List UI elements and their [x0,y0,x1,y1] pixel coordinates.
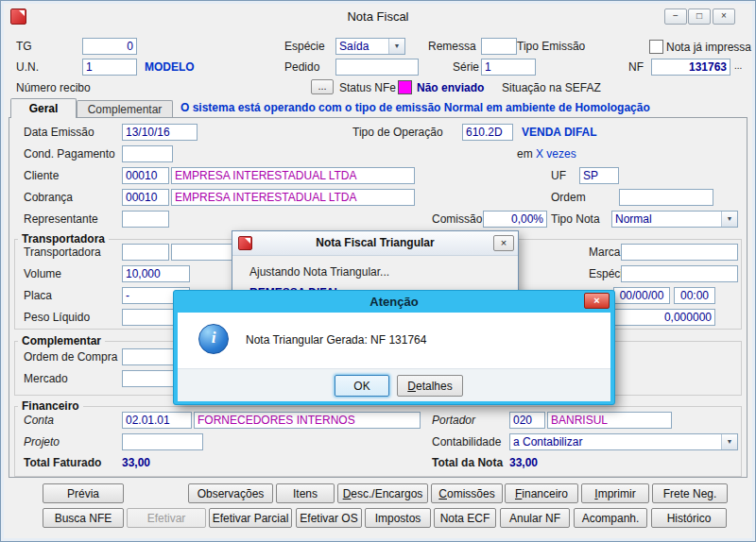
efetivar-os-button[interactable]: Efetivar OS [296,508,362,528]
close-icon[interactable]: × [584,293,610,309]
chevron-down-icon[interactable]: ▼ [721,212,737,227]
observacoes-button[interactable]: Observações [188,483,273,503]
transportadora-group-label: Transportadora [18,232,109,246]
desc-encargos-button-label: Desc./Encargos [343,487,423,500]
especie-select[interactable]: Saída ▼ [335,38,405,55]
portador-label: Portador [432,414,475,427]
volume-field[interactable]: 10,000 [122,265,190,282]
financeiro-group-label: Financeiro [18,399,83,413]
desc-encargos-button[interactable]: Desc./Encargos [337,483,428,503]
especie-label: Espécie [284,40,325,53]
triangular-dialog-title: Nota Fiscal Triangular [232,236,518,249]
representante-field[interactable] [122,211,169,228]
peso-value-field[interactable]: 0,000000 [613,309,715,326]
nf-ellipsis-button[interactable]: ... [734,60,742,71]
tab-geral[interactable]: Geral [10,98,77,118]
situacao-sefaz-label: Situação na SEFAZ [502,81,601,94]
remessa-field[interactable] [481,38,517,55]
pedido-field[interactable] [335,59,419,76]
status-nfe-label: Status NFe [339,81,396,94]
transportadora-code-field[interactable] [122,244,169,261]
peso-liquido-label: Peso Líquido [24,311,90,324]
representante-label: Representante [24,212,98,226]
previa-button-label: Prévia [67,487,99,500]
contabilidade-label: Contabilidade [432,435,501,449]
portador-code-field[interactable]: 020 [509,412,545,429]
nota-ecf-button-label: Nota ECF [440,512,490,525]
info-icon: i [198,324,229,354]
cond-pagamento-field[interactable] [122,145,173,162]
projeto-field[interactable] [122,433,203,450]
comissao-label: Comissão [432,212,482,226]
remessa-label: Remessa [428,40,476,53]
nf-field[interactable]: 131763 [651,59,730,76]
em-label: em [517,147,533,161]
nota-ja-impressa-checkbox[interactable] [649,40,663,54]
un-field[interactable]: 1 [82,59,137,76]
cliente-nome-field[interactable]: EMPRESA INTERESTADUAL LTDA [171,167,415,184]
ok-button[interactable]: OK [335,375,389,397]
busca-nfe-button-label: Busca NFE [55,512,112,525]
data-saida-field[interactable]: 00/00/00 [613,287,670,304]
anular-nf-button[interactable]: Anular NF [500,508,570,528]
busca-nfe-button[interactable]: Busca NFE [43,508,124,528]
chevron-down-icon[interactable]: ▼ [721,434,737,449]
numero-recibo-label: Número recibo [16,81,91,94]
impostos-button[interactable]: Impostos [365,508,431,528]
close-icon[interactable]: × [493,235,514,251]
anular-nf-button-label: Anular NF [509,512,560,525]
cond-pagamento-label: Cond. Pagamento [24,147,115,161]
marca-field[interactable] [621,244,738,261]
cliente-code-field[interactable]: 00010 [122,167,169,184]
efetivar-parcial-button-label: Efetivar Parcial [213,512,289,525]
imprimir-button[interactable]: Imprimir [581,483,649,503]
total-faturado-value: 33,00 [122,456,150,469]
chevron-down-icon[interactable]: ▼ [388,39,404,54]
portador-nome-field[interactable]: BANRISUL [547,412,672,429]
historico-button[interactable]: Histórico [651,508,727,528]
nota-ecf-button[interactable]: Nota ECF [434,508,496,528]
especie-transp-field[interactable] [621,265,738,282]
tab-complementar[interactable]: Complementar [77,100,173,118]
atencao-dialog-footer [178,368,610,401]
comissao-field[interactable]: 0,00% [483,211,547,228]
itens-button-label: Itens [293,487,318,500]
triangular-status-line: Ajustando Nota Triangular... [249,265,389,279]
placa-label: Placa [24,289,52,302]
cobranca-label: Cobrança [24,191,73,204]
acompanh-button-label: Acompanh. [582,512,640,525]
cobranca-code-field[interactable]: 00010 [122,189,169,206]
pedido-label: Pedido [284,60,319,74]
data-emissao-field[interactable]: 13/10/16 [122,124,198,141]
efetivar-parcial-button[interactable]: Efetivar Parcial [209,508,292,528]
financeiro-button[interactable]: Financeiro [505,483,578,503]
acompanh-button[interactable]: Acompanh. [574,508,647,528]
historico-button-label: Histórico [667,512,712,525]
itens-button[interactable]: Itens [276,483,335,503]
close-button[interactable]: × [713,8,735,25]
ordem-field[interactable] [619,189,713,206]
tg-field[interactable]: 0 [82,38,137,55]
frete-neg-button[interactable]: Frete Neg. [652,483,728,503]
conta-nome-field[interactable]: FORNECEDORES INTERNOS [194,412,421,429]
serie-field[interactable]: 1 [481,59,536,76]
observacoes-button-label: Observações [198,487,265,500]
nota-ja-impressa-label: Nota já impressa [666,41,751,54]
tipo-emissao-label: Tipo Emissão [517,40,585,53]
tipo-operacao-field[interactable]: 610.2D [462,124,513,141]
data-emissao-label: Data Emissão [24,126,94,139]
contabilidade-select[interactable]: a Contabilizar ▼ [509,433,738,450]
conta-code-field[interactable]: 02.01.01 [122,412,192,429]
cobranca-nome-field[interactable]: EMPRESA INTERESTADUAL LTDA [171,189,415,206]
un-desc-label: MODELO [145,60,195,74]
previa-button[interactable]: Prévia [43,483,124,503]
detalhes-button[interactable]: Detalhes [397,375,463,397]
maximize-button[interactable]: □ [688,8,711,25]
detalhes-button-label: Detalhes [407,380,452,393]
uf-field[interactable]: SP [579,167,619,184]
tipo-nota-select[interactable]: Normal ▼ [611,211,738,228]
recibo-ellipsis-button[interactable]: ... [311,79,334,94]
hora-saida-field[interactable]: 00:00 [674,287,715,304]
comissoes-button[interactable]: Comissões [431,483,503,503]
minimize-button[interactable]: − [664,8,687,25]
